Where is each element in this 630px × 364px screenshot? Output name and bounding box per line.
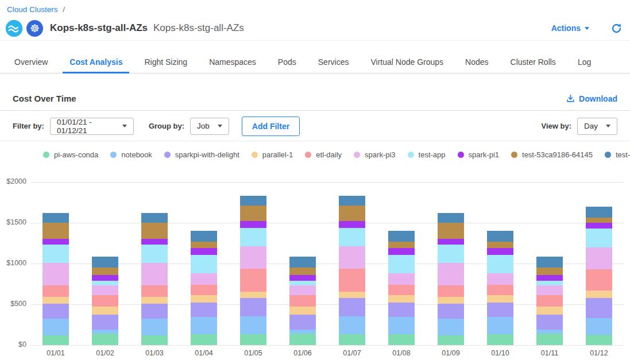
bar-segment-notebook-01-09[interactable]	[438, 319, 464, 335]
bar-segment-notebook-01-11[interactable]	[536, 330, 563, 334]
bar-segment-test-app-01-09[interactable]	[438, 245, 464, 263]
bar-segment-sparkpi-with-delight-01-03[interactable]	[141, 304, 168, 319]
bar-segment-spark-pi1-01-03[interactable]	[141, 239, 168, 245]
bar-segment-notebook-01-05[interactable]	[240, 316, 266, 334]
tab-nodes[interactable]: Nodes	[458, 57, 495, 73]
bar-segment-test-53ca9186-64145-01-03[interactable]	[141, 223, 168, 239]
bar-segment-test-pkix-01-11[interactable]	[536, 257, 563, 268]
bar-segment-test-pkix-01-02[interactable]	[92, 257, 118, 268]
bar-segment-spark-pi3-01-10[interactable]	[487, 273, 513, 285]
tab-pods[interactable]: Pods	[271, 57, 303, 73]
tab-log[interactable]: Log	[571, 57, 598, 73]
bar-segment-parallel-1-01-04[interactable]	[191, 295, 217, 303]
bar-segment-spark-pi3-01-07[interactable]	[339, 246, 365, 269]
bar-segment-notebook-01-08[interactable]	[388, 317, 415, 334]
group-by-select[interactable]: Job	[190, 118, 229, 135]
bar-segment-pi-aws-conda-01-09[interactable]	[438, 335, 464, 345]
bar-segment-test-app-01-07[interactable]	[339, 228, 365, 246]
tab-right-sizing[interactable]: Right Sizing	[137, 57, 194, 73]
bar-segment-pi-aws-conda-01-11[interactable]	[536, 334, 563, 345]
bar-segment-test-app-01-01[interactable]	[42, 245, 69, 263]
bar-segment-test-app-01-06[interactable]	[289, 281, 316, 285]
tab-overview[interactable]: Overview	[7, 57, 55, 73]
bar-segment-parallel-1-01-08[interactable]	[388, 295, 415, 303]
legend-item-etl-daily[interactable]: etl-daily	[305, 150, 342, 159]
bar-segment-test-app-01-02[interactable]	[92, 281, 118, 285]
tab-namespaces[interactable]: Namespaces	[202, 57, 263, 73]
bar-segment-sparkpi-with-delight-01-02[interactable]	[92, 315, 118, 330]
bar-segment-test-app-01-05[interactable]	[240, 228, 266, 246]
bar-segment-test-pkix-01-06[interactable]	[289, 257, 316, 268]
download-button[interactable]: Download	[566, 94, 617, 103]
legend-item-test-53ca9186-64145[interactable]: test-53ca9186-64145	[511, 150, 593, 159]
bar-segment-pi-aws-conda-01-06[interactable]	[289, 334, 316, 345]
bar-segment-pi-aws-conda-01-10[interactable]	[487, 334, 513, 345]
legend-item-sparkpi-with-delight[interactable]: sparkpi-with-delight	[164, 150, 239, 159]
bar-segment-notebook-01-10[interactable]	[487, 317, 513, 334]
bar-segment-test-pkix-01-05[interactable]	[240, 196, 266, 206]
bar-segment-pi-aws-conda-01-03[interactable]	[141, 335, 168, 345]
bar-segment-spark-pi1-01-05[interactable]	[240, 221, 266, 228]
bar-segment-spark-pi3-01-06[interactable]	[289, 285, 316, 295]
bar-segment-test-pkix-01-09[interactable]	[438, 213, 464, 223]
bar-segment-etl-daily-01-04[interactable]	[191, 285, 217, 295]
bar-segment-pi-aws-conda-01-07[interactable]	[339, 334, 365, 345]
bar-segment-test-pkix-01-03[interactable]	[141, 213, 168, 223]
bar-segment-sparkpi-with-delight-01-12[interactable]	[586, 298, 612, 318]
bar-segment-test-pkix-01-04[interactable]	[191, 231, 217, 242]
bar-segment-sparkpi-with-delight-01-06[interactable]	[289, 315, 316, 330]
actions-button[interactable]: Actions	[551, 24, 589, 33]
bar-segment-etl-daily-01-11[interactable]	[536, 295, 563, 307]
bar-segment-sparkpi-with-delight-01-05[interactable]	[240, 298, 266, 316]
bar-segment-parallel-1-01-07[interactable]	[339, 292, 365, 298]
bar-segment-spark-pi1-01-02[interactable]	[92, 275, 118, 281]
bar-segment-test-53ca9186-64145-01-02[interactable]	[92, 268, 118, 275]
bar-segment-sparkpi-with-delight-01-04[interactable]	[191, 303, 217, 317]
view-by-select[interactable]: Day	[577, 118, 617, 135]
bar-segment-test-app-01-11[interactable]	[536, 281, 563, 285]
bar-segment-test-53ca9186-64145-01-09[interactable]	[438, 223, 464, 239]
bar-segment-test-53ca9186-64145-01-01[interactable]	[42, 223, 69, 239]
bar-segment-test-53ca9186-64145-01-12[interactable]	[586, 218, 612, 223]
bar-segment-spark-pi1-01-07[interactable]	[339, 221, 365, 228]
bar-segment-notebook-01-06[interactable]	[289, 330, 316, 334]
bar-segment-notebook-01-04[interactable]	[191, 317, 217, 334]
bar-segment-parallel-1-01-09[interactable]	[438, 297, 464, 304]
bar-segment-notebook-01-07[interactable]	[339, 316, 365, 334]
bar-segment-test-53ca9186-64145-01-04[interactable]	[191, 242, 217, 248]
bar-segment-etl-daily-01-09[interactable]	[438, 285, 464, 297]
bar-segment-parallel-1-01-03[interactable]	[141, 297, 168, 304]
bar-segment-spark-pi1-01-11[interactable]	[536, 275, 563, 281]
bar-segment-notebook-01-02[interactable]	[92, 330, 118, 334]
bar-segment-test-app-01-04[interactable]	[191, 255, 217, 273]
bar-segment-pi-aws-conda-01-04[interactable]	[191, 334, 217, 345]
bar-segment-spark-pi1-01-09[interactable]	[438, 239, 464, 245]
bar-segment-etl-daily-01-06[interactable]	[289, 295, 316, 307]
bar-segment-test-pkix-01-12[interactable]	[586, 207, 612, 218]
bar-segment-spark-pi3-01-08[interactable]	[388, 273, 415, 285]
bar-segment-spark-pi3-01-05[interactable]	[240, 246, 266, 269]
bar-segment-spark-pi3-01-09[interactable]	[438, 263, 464, 285]
date-range-select[interactable]: 01/01/21 - 01/12/21	[50, 118, 134, 135]
legend-item-pi-aws-conda[interactable]: pi-aws-conda	[43, 150, 98, 159]
tab-cost-analysis[interactable]: Cost Analysis	[63, 57, 129, 73]
bar-segment-pi-aws-conda-01-02[interactable]	[92, 334, 118, 345]
bar-segment-test-53ca9186-64145-01-07[interactable]	[339, 206, 365, 221]
bar-segment-test-53ca9186-64145-01-10[interactable]	[487, 242, 513, 248]
bar-segment-etl-daily-01-05[interactable]	[240, 269, 266, 292]
bar-segment-spark-pi3-01-04[interactable]	[191, 273, 217, 285]
legend-item-test-app[interactable]: test-app	[408, 150, 446, 159]
bar-segment-spark-pi3-01-03[interactable]	[141, 263, 168, 285]
bar-segment-etl-daily-01-03[interactable]	[141, 285, 168, 297]
bar-segment-test-pkix-01-08[interactable]	[388, 231, 415, 242]
bar-segment-notebook-01-01[interactable]	[42, 319, 69, 335]
refresh-button[interactable]	[611, 23, 622, 34]
bar-segment-test-53ca9186-64145-01-11[interactable]	[536, 268, 563, 275]
bar-segment-spark-pi3-01-01[interactable]	[42, 263, 69, 285]
bar-segment-spark-pi3-01-02[interactable]	[92, 285, 118, 295]
bar-segment-spark-pi1-01-01[interactable]	[42, 239, 69, 245]
bar-segment-test-app-01-08[interactable]	[388, 255, 415, 273]
legend-item-parallel-1[interactable]: parallel-1	[252, 150, 293, 159]
bar-segment-sparkpi-with-delight-01-08[interactable]	[388, 303, 415, 317]
legend-item-spark-pi3[interactable]: spark-pi3	[354, 150, 395, 159]
